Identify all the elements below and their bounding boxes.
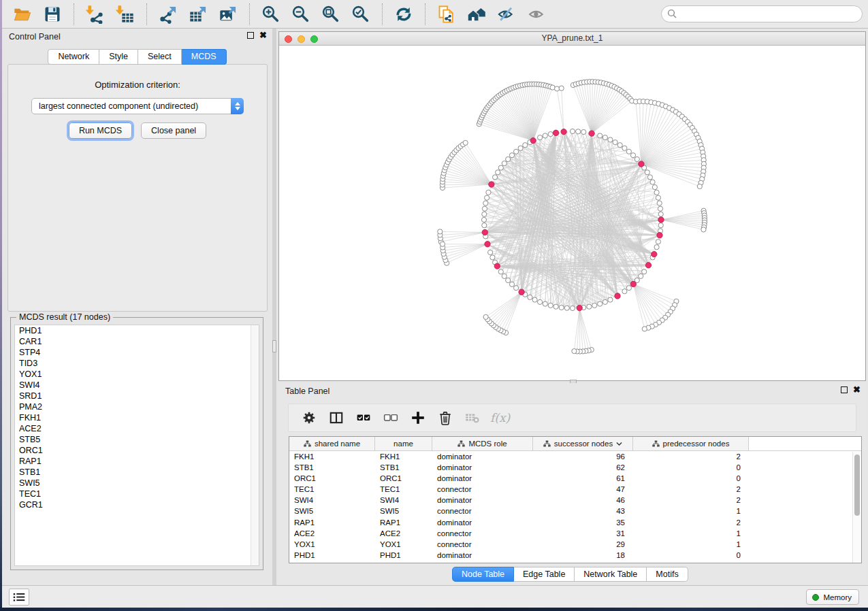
tab-motifs[interactable]: Motifs — [647, 567, 688, 582]
zoom-out-icon[interactable] — [291, 4, 311, 24]
list-item[interactable]: SRD1 — [15, 391, 259, 401]
window-close-icon[interactable] — [285, 35, 292, 43]
export-table-icon[interactable] — [188, 4, 208, 24]
zoom-in-icon[interactable] — [261, 4, 281, 24]
table-row[interactable]: RAP1RAP1dominator352 — [289, 517, 861, 528]
list-item[interactable]: PMA2 — [15, 401, 259, 412]
window-maximize-icon[interactable] — [310, 35, 318, 43]
list-item[interactable]: SWI4 — [15, 380, 259, 391]
table-row[interactable]: SWI5SWI5connector431 — [289, 506, 861, 517]
column-label: name — [393, 440, 413, 448]
close-panel-icon[interactable]: ✖ — [259, 32, 267, 39]
tab-mcds[interactable]: MCDS — [182, 49, 227, 65]
network-canvas[interactable] — [279, 46, 865, 380]
node-table-body[interactable]: FKH1FKH1dominator962STB1STB1dominator620… — [289, 451, 861, 561]
column-settings-gear-icon[interactable] — [301, 410, 317, 426]
list-item[interactable]: CAR1 — [15, 336, 259, 347]
unselect-all-columns-icon[interactable] — [383, 410, 399, 426]
window-minimize-icon[interactable] — [298, 35, 305, 43]
column-header-name[interactable]: name — [375, 437, 432, 450]
list-item[interactable]: STB5 — [15, 434, 259, 445]
task-history-button[interactable] — [9, 589, 29, 606]
close-panel-button[interactable]: Close panel — [141, 122, 206, 139]
column-header-shared-name[interactable]: shared name — [289, 437, 375, 450]
create-column-icon[interactable] — [410, 410, 426, 426]
table-row[interactable]: ACE2ACE2connector311 — [289, 528, 861, 539]
float-table-panel-icon[interactable] — [841, 386, 848, 393]
table-cell: 46 — [533, 495, 633, 506]
column-tree-icon — [543, 440, 551, 447]
close-table-panel-icon[interactable]: ✖ — [853, 386, 861, 393]
list-item[interactable]: STB1 — [15, 467, 259, 478]
run-mcds-button[interactable]: Run MCDS — [69, 122, 132, 139]
tab-style[interactable]: Style — [99, 49, 138, 65]
show-hidden-icon[interactable] — [526, 4, 547, 24]
tab-edge-table[interactable]: Edge Table — [514, 567, 575, 582]
tab-network-table[interactable]: Network Table — [575, 567, 647, 582]
table-row[interactable]: TEC1TEC1connector472 — [289, 484, 861, 495]
list-item[interactable]: ORC1 — [15, 445, 259, 456]
delete-columns-icon[interactable] — [437, 410, 453, 426]
sort-chevron-icon — [616, 442, 622, 446]
list-item[interactable]: TID3 — [15, 358, 259, 369]
column-tree-icon — [304, 440, 311, 447]
list-item[interactable]: STP4 — [15, 347, 259, 358]
column-header-mcds-role[interactable]: MCDS role — [432, 437, 533, 450]
list-item[interactable]: PHD1 — [15, 325, 259, 336]
first-neighbors-icon[interactable] — [466, 4, 487, 24]
show-columns-icon[interactable] — [328, 410, 344, 426]
table-cell: PHD1 — [375, 550, 432, 561]
hide-selected-icon[interactable] — [496, 4, 517, 24]
search-input[interactable] — [661, 5, 863, 22]
zoom-fit-icon[interactable] — [321, 4, 341, 24]
apply-layout-icon[interactable] — [393, 4, 414, 24]
list-item[interactable]: SWI5 — [15, 478, 259, 489]
dropdown-stepper-icon — [231, 98, 244, 114]
tab-network[interactable]: Network — [48, 49, 99, 65]
table-row[interactable]: SWI4SWI4dominator462 — [289, 495, 861, 506]
column-header-successor-nodes[interactable]: successor nodes — [533, 437, 633, 450]
table-scrollbar-thumb[interactable] — [854, 455, 860, 516]
optimization-criterion-select[interactable]: largest connected component (undirected) — [31, 98, 244, 114]
table-scrollbar[interactable] — [852, 452, 861, 563]
export-network-icon[interactable] — [158, 4, 178, 24]
table-row[interactable]: ORC1ORC1dominator610 — [289, 473, 861, 484]
table-cell: PHD1 — [289, 550, 375, 561]
column-header-predecessor-nodes[interactable]: predecessor nodes — [633, 437, 749, 450]
zoom-selected-icon[interactable] — [351, 4, 371, 24]
clone-network-icon[interactable] — [436, 4, 457, 24]
export-image-icon[interactable] — [218, 4, 238, 24]
tab-node-table[interactable]: Node Table — [452, 567, 514, 582]
list-item[interactable]: RAP1 — [15, 456, 259, 467]
mcds-result-title: MCDS result (17 nodes) — [16, 312, 113, 322]
table-row[interactable]: YOX1YOX1connector291 — [289, 540, 861, 550]
mcds-result-list[interactable]: PHD1CAR1STP4TID3YOX1SWI4SRD1PMA2FKH1ACE2… — [14, 325, 259, 566]
table-tabs: Node TableEdge TableNetwork TableMotifs — [452, 567, 688, 582]
float-panel-icon[interactable] — [247, 32, 254, 39]
list-item[interactable]: YOX1 — [15, 369, 259, 380]
memory-button[interactable]: Memory — [806, 589, 859, 605]
table-panel: Table Panel ✖ f(x) shared namenameMCDS r… — [278, 383, 866, 584]
control-panel-title: Control Panel — [9, 32, 61, 42]
tab-select[interactable]: Select — [138, 49, 182, 65]
list-item[interactable]: FKH1 — [15, 412, 259, 423]
save-session-icon[interactable] — [42, 4, 63, 24]
table-row[interactable]: FKH1FKH1dominator962 — [289, 451, 861, 462]
table-cell: dominator — [432, 473, 533, 484]
import-network-icon[interactable] — [85, 4, 106, 24]
import-table-icon[interactable] — [115, 4, 135, 24]
network-frame: YPA_prune.txt_1 — [278, 31, 866, 381]
network-titlebar[interactable]: YPA_prune.txt_1 — [279, 32, 865, 46]
table-row[interactable]: STB1STB1dominator620 — [289, 462, 861, 473]
list-item[interactable]: TEC1 — [15, 489, 259, 499]
open-file-icon[interactable] — [12, 4, 33, 24]
column-header-filler — [749, 437, 861, 450]
column-tree-icon — [652, 440, 660, 447]
list-item[interactable]: ACE2 — [15, 423, 259, 434]
list-item[interactable]: GCR1 — [15, 499, 259, 510]
mcds-list-scrollbar[interactable] — [251, 325, 259, 565]
right-area: YPA_prune.txt_1 Table Panel ✖ — [276, 29, 868, 585]
table-row[interactable]: PHD1PHD1dominator180 — [289, 550, 861, 561]
select-all-columns-icon[interactable] — [355, 410, 372, 426]
table-cell: 18 — [533, 550, 633, 561]
